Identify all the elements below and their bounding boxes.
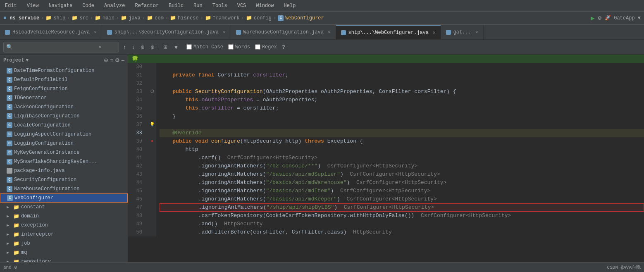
tree-item-label: DefaultProfileUtil	[14, 77, 68, 83]
tree-item-warehouseconfiguration[interactable]: C WarehouseConfiguration	[0, 184, 128, 193]
search-clear-icon[interactable]: ✕	[99, 44, 102, 50]
menu-code[interactable]: Code	[81, 2, 96, 10]
search-input-wrap: 🔍 ✕	[3, 42, 119, 52]
words-checkbox[interactable]	[228, 44, 234, 50]
sidebar-minimize-button[interactable]: –	[122, 57, 124, 63]
search-next-button[interactable]: ↓	[130, 43, 136, 51]
tree-item-package-info[interactable]: package-info.java	[0, 166, 128, 175]
code-line-33: public SecurityConfiguration(OAuth2Prope…	[160, 88, 644, 96]
tab-1[interactable]: ship\...\SecurityConfiguration.java ✕	[102, 25, 231, 39]
tree-item-securityconfiguration[interactable]: C SecurityConfiguration	[0, 175, 128, 184]
breadcrumb-com[interactable]: com	[155, 15, 164, 21]
tab-close-3[interactable]: ✕	[433, 30, 436, 35]
regex-label: Regex	[262, 44, 277, 50]
menu-navigate[interactable]: Navigate	[47, 2, 74, 10]
tab-close-2[interactable]: ✕	[328, 29, 331, 35]
breadcrumb-hisnese[interactable]: hisnese	[178, 15, 198, 21]
tree-item-domain[interactable]: ▶ 📁 domain	[0, 212, 128, 221]
search-input[interactable]	[14, 44, 97, 50]
breadcrumb-config[interactable]: config	[254, 15, 272, 21]
code-line-30	[160, 63, 644, 71]
tree-item-mykeygeneratorinstance[interactable]: C MyKeyGeneratorInstance	[0, 148, 128, 157]
gutter-44	[148, 179, 156, 187]
menu-edit[interactable]: Edit	[3, 2, 19, 10]
search-filter-button[interactable]: ▼	[172, 43, 181, 51]
search-prev-button[interactable]: ↑	[122, 43, 128, 51]
menu-view[interactable]: View	[25, 2, 41, 10]
code-line-50: .addFilterBefore(corsFilter, CsrfFilter.…	[160, 228, 644, 236]
tree-item-datetimeformatconfiguration[interactable]: C DateTimeFormatConfiguration	[0, 66, 128, 75]
class-icon: C	[7, 122, 12, 128]
search-help-button[interactable]: ?	[282, 44, 285, 50]
tree-item-job[interactable]: ▶ 📁 job	[0, 239, 128, 248]
tree-item-webconfigurer[interactable]: C WebConfigurer	[0, 193, 128, 203]
sidebar-sync-button[interactable]: ⊕	[104, 57, 108, 63]
tree-item-feignconfiguration[interactable]: C FeignConfiguration	[0, 84, 128, 93]
folder-icon: 📁	[13, 213, 19, 220]
tree-item-localeconfiguration[interactable]: C LocaleConfiguration	[0, 121, 128, 130]
sidebar-settings-button[interactable]: ⚙	[115, 57, 120, 63]
tab-icon-0	[5, 30, 10, 35]
tab-4[interactable]: gat... ✕	[441, 25, 484, 39]
regex-option[interactable]: Regex	[255, 44, 277, 50]
breadcrumb-project[interactable]: ns_service	[10, 15, 39, 21]
tab-0[interactable]: HsLoadVehicleResource.java ✕	[0, 25, 102, 39]
tree-item-exception[interactable]: ▶ 📁 exception	[0, 221, 128, 230]
tab-icon-1	[107, 30, 112, 35]
tab-2[interactable]: WarehouseConfiguration.java ✕	[231, 25, 336, 39]
tree-item-mysnowflakeshardingkeygen[interactable]: C MySnowflakeShardingKeyGen...	[0, 157, 128, 166]
menu-refactor[interactable]: Refactor	[133, 2, 160, 10]
tree-item-label: constant	[21, 204, 45, 210]
tree-item-liquibaseconfiguration[interactable]: C LiquibaseConfiguration	[0, 112, 128, 121]
tree-item-jacksonconfiguration[interactable]: C JacksonConfiguration	[0, 103, 128, 112]
menu-build[interactable]: Build	[167, 2, 185, 10]
match-case-checkbox[interactable]	[186, 44, 192, 50]
code-line-31: private final CorsFilter corsFilter;	[160, 71, 644, 79]
run-button[interactable]: ▶	[591, 14, 595, 22]
menu-run[interactable]: Run	[192, 2, 204, 10]
editor-area[interactable]: 🍀 30 31 32 33 34 35 36 37 38 39 40 41 42…	[128, 55, 644, 272]
sidebar-collapse-button[interactable]: ≡	[110, 57, 113, 63]
breadcrumb-java[interactable]: java	[129, 15, 141, 21]
regex-checkbox[interactable]	[255, 44, 260, 50]
menu-analyze[interactable]: Analyze	[103, 2, 126, 10]
tree-item-defaultprofileutil[interactable]: C DefaultProfileUtil	[0, 75, 128, 84]
tab-bar: HsLoadVehicleResource.java ✕ ship\...\Se…	[0, 25, 644, 40]
match-case-option[interactable]: Match Case	[186, 44, 223, 50]
breadcrumb-folder-icon3: 📁	[95, 15, 101, 21]
breadcrumb-current[interactable]: WebConfigurer	[285, 15, 324, 21]
sidebar-header: Project ▼ ⊕ ≡ ⚙ –	[0, 55, 128, 66]
tree-item-idgenerator[interactable]: C IDGenerator	[0, 93, 128, 103]
tree-item-mq[interactable]: ▶ 📁 mq	[0, 248, 128, 257]
words-option[interactable]: Words	[228, 44, 250, 50]
settings-button[interactable]: ⚙	[598, 14, 601, 21]
menu-tools[interactable]: Tools	[211, 2, 229, 10]
sidebar: Project ▼ ⊕ ≡ ⚙ – C DateTimeFormatConfig…	[0, 55, 128, 272]
breadcrumb-src[interactable]: src	[79, 15, 88, 21]
code-line-48: .csrfTokenRepository(CookieCsrfTokenRepo…	[160, 212, 644, 220]
tree-item-label: SecurityConfiguration	[14, 177, 76, 183]
menu-window[interactable]: Window	[254, 2, 275, 10]
tab-3[interactable]: ship\...\WebConfigurer.java ✕	[336, 25, 441, 39]
sidebar-dropdown-icon[interactable]: ▼	[26, 58, 29, 63]
tab-close-4[interactable]: ✕	[475, 29, 478, 35]
breadcrumb-framework[interactable]: framework	[213, 15, 240, 21]
tab-close-1[interactable]: ✕	[223, 29, 226, 35]
breadcrumb-ship[interactable]: ship	[53, 15, 65, 21]
tree-item-interceptor[interactable]: ▶ 📁 interceptor	[0, 230, 128, 239]
menu-help[interactable]: Help	[282, 2, 298, 10]
tree-item-constant[interactable]: ▶ 📁 constant	[0, 203, 128, 212]
search-options-button[interactable]: ⊞	[162, 43, 169, 51]
menu-vcs[interactable]: VCS	[236, 2, 248, 10]
tab-close-0[interactable]: ✕	[94, 29, 97, 35]
search-find-button[interactable]: ⊕	[139, 43, 146, 51]
line-num-47: 47	[128, 203, 145, 212]
line-num-40: 40	[128, 146, 145, 154]
sidebar-title: Project	[3, 57, 24, 63]
breadcrumb-main[interactable]: main	[103, 15, 114, 21]
code-lines[interactable]: private final CorsFilter corsFilter; pub…	[156, 63, 644, 236]
tree-item-label-webconfigurer: WebConfigurer	[14, 195, 53, 201]
search-add-button[interactable]: ⊕+	[149, 43, 159, 51]
tree-item-loggingaspectconfiguration[interactable]: C LoggingAspectConfiguration	[0, 130, 128, 139]
tree-item-loggingconfiguration[interactable]: C LoggingConfiguration	[0, 139, 128, 148]
